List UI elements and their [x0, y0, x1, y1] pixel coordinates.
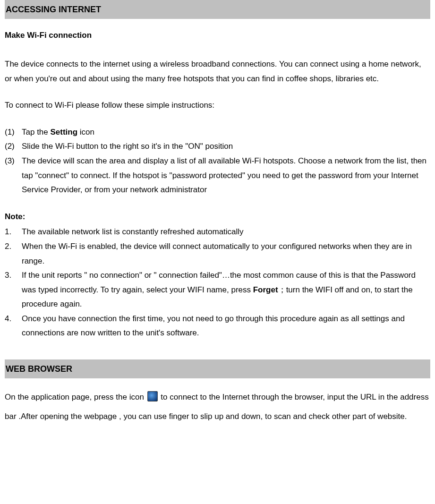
note-3: 3. If the unit reports " no connection" … [5, 268, 430, 312]
note-3-bold: Forget [253, 285, 278, 294]
step-1-bold: Setting [51, 128, 78, 137]
browser-globe-icon [147, 391, 158, 401]
steps-list: (1) Tap the Setting icon (2) Slide the W… [5, 125, 430, 197]
step-3-text: The device will scan the area and displa… [22, 156, 426, 194]
step-2-text: Slide the Wi-Fi button to the right so i… [22, 142, 233, 151]
browser-paragraph: On the application page, press the icon … [5, 388, 430, 427]
note-2-number: 2. [5, 239, 20, 254]
note-1-number: 1. [5, 225, 20, 239]
note-4-text: Once you have connection the first time,… [22, 314, 405, 338]
note-4: 4. Once you have connection the first ti… [5, 312, 430, 341]
browser-text-pre: On the application page, press the icon [5, 393, 146, 401]
note-2: 2. When the Wi-Fi is enabled, the device… [5, 239, 430, 268]
note-1-text: The available network list is constantly… [22, 227, 244, 236]
step-2: (2) Slide the Wi-Fi button to the right … [5, 139, 430, 154]
step-3: (3) The device will scan the area and di… [5, 154, 430, 197]
section-header-web-browser: WEB BROWSER [5, 359, 430, 378]
step-1-text-pre: Tap the [22, 128, 51, 137]
note-4-number: 4. [5, 312, 20, 326]
note-3-number: 3. [5, 268, 20, 283]
step-3-number: (3) [5, 154, 20, 169]
step-1-number: (1) [5, 125, 20, 140]
step-1: (1) Tap the Setting icon [5, 125, 430, 140]
note-label: Note: [5, 210, 430, 224]
note-1: 1. The available network list is constan… [5, 225, 430, 239]
notes-list: 1. The available network list is constan… [5, 225, 430, 341]
section-header-accessing-internet: ACCESSING INTERNET [5, 0, 430, 19]
note-2-text: When the Wi-Fi is enabled, the device wi… [22, 242, 412, 265]
step-1-text-post: icon [77, 128, 94, 137]
instructions-intro: To connect to Wi-Fi please follow these … [5, 98, 430, 113]
step-2-number: (2) [5, 139, 20, 154]
subheading-wifi: Make Wi-Fi connection [5, 28, 430, 43]
intro-paragraph: The device connects to the internet usin… [5, 57, 430, 86]
